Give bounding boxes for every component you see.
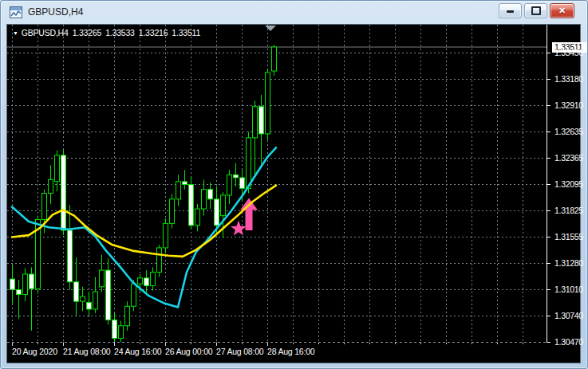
candle-body (221, 195, 226, 216)
candle-body (144, 278, 149, 286)
close-icon: ✕ (558, 6, 566, 15)
candle-body (93, 292, 98, 309)
candle-body (138, 278, 143, 284)
chart-window: GBPUSD,H4 ✕ ▼GBPUSD,H41.332651.335331.33… (0, 0, 588, 369)
candle-body (195, 209, 200, 226)
window-title: GBPUSD,H4 (28, 6, 83, 18)
candle-body (240, 178, 245, 188)
candle-body (151, 273, 156, 286)
quote-low: 1.33216 (139, 28, 168, 37)
price-axis-label: 1.30740 (554, 311, 583, 320)
price-axis-label: 1.32910 (554, 100, 583, 110)
time-axis-label: 28 Aug 16:00 (267, 347, 315, 356)
close-button[interactable]: ✕ (550, 3, 574, 18)
quote-high: 1.33533 (105, 28, 135, 37)
chart-canvas[interactable]: ▼GBPUSD,H41.332651.335331.332161.33511 1… (6, 24, 581, 363)
time-axis-label: 27 Aug 08:00 (216, 347, 264, 356)
candle-body (208, 190, 213, 199)
price-axis-label: 1.31280 (554, 258, 583, 268)
candle-body (112, 320, 117, 338)
time-axis-label: 21 Aug 08:00 (63, 347, 111, 356)
price-axis-label: 1.32095 (554, 179, 583, 189)
chart-shift-marker-icon (265, 26, 276, 31)
candle-body (183, 182, 187, 185)
time-axis-label: 20 Aug 2020 (12, 347, 57, 356)
quote-close: 1.33511 (172, 28, 200, 37)
buy-signal-arrow-icon (240, 198, 258, 230)
price-axis-label: 1.31555 (554, 232, 583, 241)
candle-body (176, 182, 181, 199)
ma-slow-yellow-line (12, 186, 276, 257)
candle-body (157, 248, 162, 273)
candle-body (68, 230, 73, 282)
candle-body (100, 270, 105, 287)
candle-body (119, 326, 124, 339)
candle-body (23, 274, 28, 295)
price-axis[interactable]: 1.33511 1.334501.331801.329101.326351.32… (551, 25, 578, 361)
candle-body (61, 155, 66, 230)
candle-body (125, 306, 130, 325)
price-axis-label: 1.31010 (554, 285, 583, 294)
candle-body (170, 199, 175, 224)
time-axis-label: 24 Aug 16:00 (114, 347, 162, 356)
candle-body (49, 179, 53, 193)
candle-body (132, 284, 136, 306)
candle-body (164, 223, 168, 248)
symbol-period-label: GBPUSD,H4 (22, 28, 69, 37)
candle-body (106, 270, 111, 320)
candle-body (55, 155, 60, 182)
candle-body (30, 274, 34, 289)
candle-body (17, 290, 22, 295)
price-axis-label: 1.32635 (554, 127, 583, 136)
price-axis-label: 1.30470 (554, 337, 583, 347)
time-axis[interactable]: 20 Aug 202021 Aug 08:0024 Aug 16:0026 Au… (7, 345, 547, 359)
candle-body (215, 199, 219, 226)
price-axis-label: 1.33450 (554, 48, 583, 57)
candle-body (227, 175, 232, 195)
candle-body (272, 47, 277, 71)
candle-body (42, 194, 47, 220)
candle-body (253, 107, 258, 138)
candle-body (74, 282, 79, 301)
buy-signal-star-icon (231, 221, 247, 236)
restore-icon (531, 6, 541, 15)
ohlc-quote-header: ▼GBPUSD,H41.332651.335331.332161.33511 (13, 28, 200, 37)
candle-body (10, 279, 15, 289)
chart-window-icon (10, 6, 22, 18)
minimize-button[interactable] (499, 3, 522, 18)
title-bar[interactable]: GBPUSD,H4 ✕ (1, 1, 587, 24)
candle-body (259, 107, 264, 134)
candle-body (189, 185, 194, 226)
price-axis-label: 1.32365 (554, 153, 583, 163)
price-plot[interactable] (7, 25, 578, 361)
candle-body (247, 138, 251, 189)
chevron-down-icon: ▼ (13, 30, 18, 36)
candle-body (234, 175, 239, 178)
time-axis-label: 26 Aug 00:00 (165, 347, 213, 356)
candle-body (202, 190, 207, 209)
price-axis-label: 1.31825 (554, 206, 583, 215)
quote-open: 1.33265 (73, 28, 102, 37)
candle-body (87, 302, 92, 309)
restore-button[interactable] (524, 3, 547, 18)
minimize-icon (507, 10, 514, 13)
price-axis-label: 1.33180 (554, 74, 583, 84)
candle-body (81, 296, 85, 301)
candle-body (266, 73, 270, 134)
